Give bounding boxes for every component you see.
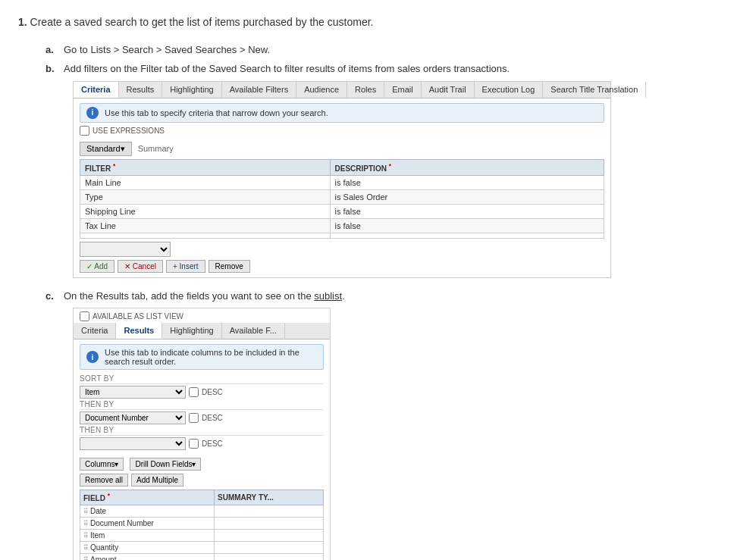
standard-button[interactable]: Standard▾ xyxy=(80,142,132,156)
sub-step-b: b. Add filters on the Filter tab of the … xyxy=(45,61,719,77)
tabs-row-a: Criteria Results Highlighting Available … xyxy=(74,82,610,99)
sort-row-1: Document Number DESC xyxy=(80,411,324,424)
add-button[interactable]: ✓ Add xyxy=(80,260,114,273)
description-cell xyxy=(330,233,604,238)
tab-audience[interactable]: Audience xyxy=(296,82,347,98)
field-name-cell: ⠿Amount xyxy=(80,553,215,560)
filter-table-row xyxy=(80,233,604,238)
use-expressions-row[interactable]: USE EXPRESSIONS xyxy=(80,126,604,136)
filter-table-a: FILTER * DESCRIPTION * Main Lineis false… xyxy=(80,159,604,239)
desc-label-0: DESC xyxy=(202,388,223,396)
filter-table-row: Typeis Sales Order xyxy=(80,189,604,204)
fields-table-row: ⠿Item xyxy=(80,529,324,541)
table-action-row: Remove all Add Multiple xyxy=(80,474,324,486)
screenshot-panel-b: AVAILABLE AS LIST VIEW Criteria Results … xyxy=(73,308,331,560)
tab-audit-trail[interactable]: Audit Trail xyxy=(422,82,475,98)
fields-table-row: ⠿Amount xyxy=(80,553,324,560)
sort-row-0: Item DESC xyxy=(80,386,324,399)
sort-label-2: THEN BY xyxy=(80,426,324,436)
fields-table-row: ⠿Document Number xyxy=(80,517,324,529)
step-number: 1 xyxy=(18,16,24,28)
sort-label-0: SORT BY xyxy=(80,374,324,384)
filter-cell: Shipping Line xyxy=(80,204,331,218)
filter-table-row: Shipping Lineis false xyxy=(80,204,604,218)
info-icon-b: i xyxy=(86,351,99,363)
info-bar-b: i Use this tab to indicate columns to be… xyxy=(80,344,324,370)
sub-step-a-label: a. xyxy=(45,42,64,58)
field-name-cell: ⠿Document Number xyxy=(80,517,215,529)
summary-type-cell xyxy=(215,517,324,529)
tab-email[interactable]: Email xyxy=(384,82,422,98)
avail-as-list-checkbox[interactable] xyxy=(80,311,89,321)
sort-section-2: THEN BY DESC xyxy=(80,426,324,450)
info-text-a: Use this tab to specify criteria that na… xyxy=(105,108,328,117)
sub-step-b-text: Add filters on the Filter tab of the Sav… xyxy=(64,63,510,74)
remove-button[interactable]: Remove xyxy=(209,260,250,273)
sort-label-1: THEN BY xyxy=(80,400,324,410)
remove-all-button[interactable]: Remove all xyxy=(80,474,128,486)
tab-criteria[interactable]: Criteria xyxy=(74,82,119,98)
filter-input-row[interactable] xyxy=(80,242,604,257)
action-btns-a: ✓ Add ✕ Cancel + Insert Remove xyxy=(80,260,604,273)
sort-select-0[interactable]: Item xyxy=(80,386,186,399)
sub-step-a-content: Go to Lists > Search > Saved Searches > … xyxy=(64,42,719,58)
view-toggle-row: Standard▾ Summary xyxy=(80,142,604,156)
view-toggle-sep: Summary xyxy=(138,144,174,153)
sub-step-a-text: Go to Lists > Search > Saved Searches > … xyxy=(64,44,270,55)
sub-step-b-label: b. xyxy=(45,61,64,77)
info-icon-a: i xyxy=(86,107,99,119)
tab-execution-log[interactable]: Execution Log xyxy=(475,82,544,98)
tab-highlighting[interactable]: Highlighting xyxy=(162,82,221,98)
tab-b-available[interactable]: Available F... xyxy=(222,323,285,339)
sort-select-2[interactable] xyxy=(80,437,186,450)
sub-step-b-content: Add filters on the Filter tab of the Sav… xyxy=(64,61,719,77)
summary-type-cell xyxy=(215,505,324,517)
desc-label-1: DESC xyxy=(202,414,223,422)
tab-b-criteria[interactable]: Criteria xyxy=(74,323,116,339)
field-name-cell: ⠿Quantity xyxy=(80,541,215,553)
filter-cell xyxy=(80,233,331,238)
filter-dropdown[interactable] xyxy=(80,242,171,257)
desc-checkbox-2[interactable] xyxy=(189,439,199,449)
screenshot-panel-a: Criteria Results Highlighting Available … xyxy=(73,81,611,278)
sort-row-2: DESC xyxy=(80,437,324,450)
use-expressions-label: USE EXPRESSIONS xyxy=(93,127,165,135)
filter-col-header: FILTER * xyxy=(80,159,331,175)
sort-section-0: SORT BY Item DESC xyxy=(80,374,324,399)
tab-search-title[interactable]: Search Title Translation xyxy=(543,82,646,98)
sublist-link: sublist xyxy=(314,290,342,302)
tab-available-filters[interactable]: Available Filters xyxy=(222,82,296,98)
tab-b-highlighting[interactable]: Highlighting xyxy=(162,323,221,339)
avail-label: AVAILABLE AS LIST VIEW xyxy=(93,312,183,321)
desc-checkbox-0[interactable] xyxy=(189,387,199,397)
insert-button[interactable]: + Insert xyxy=(166,260,205,273)
field-name-cell: ⠿Date xyxy=(80,505,215,517)
tabs-row-b: Criteria Results Highlighting Available … xyxy=(74,323,330,339)
tab-roles[interactable]: Roles xyxy=(347,82,384,98)
tab-results[interactable]: Results xyxy=(119,82,163,98)
description-cell: is false xyxy=(330,218,604,233)
add-multiple-button[interactable]: Add Multiple xyxy=(131,474,183,486)
use-expressions-checkbox[interactable] xyxy=(80,126,89,136)
desc-label-2: DESC xyxy=(202,440,223,448)
fields-table-row: ⠿Date xyxy=(80,505,324,517)
fields-table: FIELD * SUMMARY TY... ⠿Date⠿Document Num… xyxy=(80,490,324,560)
filter-table-row: Main Lineis false xyxy=(80,175,604,189)
sort-section-1: THEN BY Document Number DESC xyxy=(80,400,324,424)
columns-toolbar: Columns▾ Drill Down Fields▾ xyxy=(80,458,324,471)
avail-header: AVAILABLE AS LIST VIEW xyxy=(80,311,324,321)
columns-dropdown-btn[interactable]: Columns▾ xyxy=(80,458,124,471)
desc-checkbox-1[interactable] xyxy=(189,413,199,423)
sub-step-c-content: On the Results tab, add the fields you w… xyxy=(64,289,719,304)
summary-type-cell xyxy=(215,553,324,560)
columns-section: Columns▾ Drill Down Fields▾ Remove all A… xyxy=(80,458,324,560)
sort-section-container: SORT BY Item DESC THEN BY Document Numbe… xyxy=(80,374,324,450)
description-col-header: DESCRIPTION * xyxy=(330,159,604,175)
info-text-b: Use this tab to indicate columns to be i… xyxy=(105,348,317,366)
sub-step-c: c. On the Results tab, add the fields yo… xyxy=(45,289,719,304)
sort-select-1[interactable]: Document Number xyxy=(80,411,186,424)
tab-b-results[interactable]: Results xyxy=(116,323,162,339)
cancel-button[interactable]: ✕ Cancel xyxy=(118,260,163,273)
drill-down-btn[interactable]: Drill Down Fields▾ xyxy=(130,458,201,471)
fields-table-row: ⠿Quantity xyxy=(80,541,324,553)
